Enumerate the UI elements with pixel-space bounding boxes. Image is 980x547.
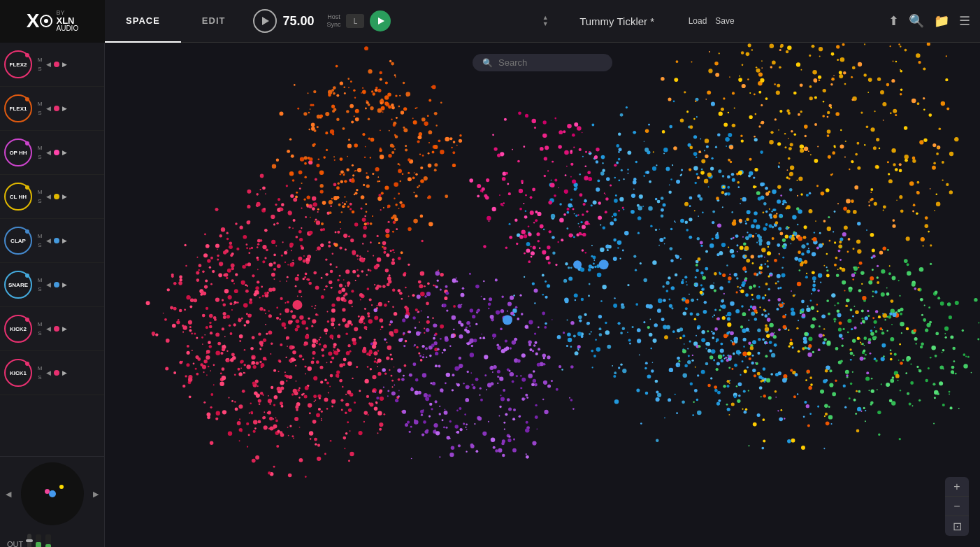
track-ms-kick2: M S <box>35 320 45 336</box>
track-circle-clap[interactable]: CLAP <box>4 227 32 255</box>
solo-btn-op_hh[interactable]: S <box>35 153 45 161</box>
save-button[interactable]: Save <box>712 15 737 27</box>
tracks-container: FLEX2 M S ◀ ▶ FLEX1 M S ◀ <box>0 43 104 395</box>
track-arrow-left-op_hh[interactable]: ◀ <box>46 149 51 156</box>
load-save-area: Load Save <box>686 15 737 27</box>
search-icon[interactable]: 🔍 <box>909 13 924 29</box>
track-arrow-left-clap[interactable]: ◀ <box>46 237 51 244</box>
track-item-op_hh: OP HH M S ◀ ▶ <box>0 131 104 175</box>
out-meter-fill <box>36 542 41 547</box>
track-dot-op_hh <box>25 141 29 145</box>
mute-btn-cl_hh[interactable]: M <box>35 188 45 196</box>
track-circle-flex1[interactable]: FLEX1 <box>4 94 32 122</box>
mute-btn-kick2[interactable]: M <box>35 320 45 328</box>
track-circle-flex2[interactable]: FLEX2 <box>4 50 32 78</box>
header-icons: ⬆ 🔍 📁 ☰ <box>888 13 970 29</box>
search-wrapper: 🔍 <box>473 54 612 71</box>
play-filled-button[interactable] <box>370 10 391 31</box>
export-icon[interactable]: ⬆ <box>888 13 899 29</box>
track-dot-flex1 <box>25 97 29 101</box>
search-input[interactable] <box>498 57 596 68</box>
track-circle-kick1[interactable]: KICK1 <box>4 359 32 387</box>
track-label-kick1: KICK1 <box>10 370 27 376</box>
out-meter-fill-2 <box>45 544 51 547</box>
track-ms-flex2: M S <box>35 56 45 72</box>
sidebar: FLEX2 M S ◀ ▶ FLEX1 M S ◀ <box>0 43 105 547</box>
track-arrow-left-kick2[interactable]: ◀ <box>46 325 51 332</box>
out-volume-slider[interactable] <box>27 534 31 547</box>
xy-dot-1 <box>45 489 50 494</box>
zoom-out-button[interactable]: − <box>945 497 969 516</box>
xy-pad[interactable] <box>21 462 84 525</box>
track-label-cl_hh: CL HH <box>10 194 27 200</box>
mute-btn-clap[interactable]: M <box>35 232 45 240</box>
track-play-flex1[interactable]: ▶ <box>62 105 67 112</box>
track-dot-cl_hh <box>25 185 29 190</box>
track-ms-snare: M S <box>35 276 45 292</box>
track-arrow-left-flex1[interactable]: ◀ <box>46 105 51 112</box>
track-circle-cl_hh[interactable]: CL HH <box>4 183 32 211</box>
mute-btn-flex2[interactable]: M <box>35 56 45 64</box>
track-circle-kick2[interactable]: KICK2 <box>4 315 32 343</box>
track-play-op_hh[interactable]: ▶ <box>62 149 67 156</box>
track-arrow-left-kick1[interactable]: ◀ <box>46 369 51 376</box>
track-play-cl_hh[interactable]: ▶ <box>62 193 67 200</box>
track-play-kick2[interactable]: ▶ <box>62 325 67 332</box>
track-play-flex2[interactable]: ▶ <box>62 61 67 68</box>
logo-audio-text: AUDIO <box>57 25 79 32</box>
out-meter-2 <box>45 534 51 547</box>
solo-btn-flex1[interactable]: S <box>35 109 45 117</box>
menu-icon[interactable]: ☰ <box>959 13 970 29</box>
search-magnify-icon: 🔍 <box>482 58 493 68</box>
tab-edit[interactable]: EDIT <box>181 0 247 43</box>
track-play-snare[interactable]: ▶ <box>62 281 67 288</box>
track-circle-snare[interactable]: SNARE <box>4 271 32 299</box>
track-arrow-left-flex2[interactable]: ◀ <box>46 61 51 68</box>
out-label: OUT <box>7 540 23 547</box>
track-label-clap: CLAP <box>10 238 26 244</box>
track-play-kick1[interactable]: ▶ <box>62 369 67 376</box>
preset-name: Tummy Tickler * <box>554 15 680 27</box>
solo-btn-kick2[interactable]: S <box>35 329 45 337</box>
track-color-indicator-snare <box>54 282 59 287</box>
zoom-fit-button[interactable]: ⊡ <box>945 516 969 536</box>
tab-space[interactable]: SPACE <box>105 0 181 43</box>
solo-btn-kick1[interactable]: S <box>35 374 45 381</box>
track-play-clap[interactable]: ▶ <box>62 237 67 244</box>
lfo-button[interactable]: L <box>346 14 364 28</box>
solo-btn-flex2[interactable]: S <box>35 65 45 73</box>
track-item-cl_hh: CL HH M S ◀ ▶ <box>0 175 104 219</box>
track-color-indicator-kick2 <box>54 326 59 332</box>
load-button[interactable]: Load <box>686 15 710 27</box>
mute-btn-op_hh[interactable]: M <box>35 144 45 152</box>
mute-btn-flex1[interactable]: M <box>35 100 45 108</box>
zoom-controls: + − ⊡ <box>945 477 969 536</box>
track-ms-clap: M S <box>35 232 45 248</box>
preset-area: ▲ ▼ Tummy Tickler * Load Save <box>391 15 888 27</box>
track-item-clap: CLAP M S ◀ ▶ <box>0 219 104 263</box>
out-row: OUT <box>0 531 104 547</box>
track-circle-op_hh[interactable]: OP HH <box>4 138 32 166</box>
folder-icon[interactable]: 📁 <box>934 13 949 29</box>
preset-arrow-down[interactable]: ▼ <box>542 21 549 27</box>
track-dot-kick2 <box>25 318 29 322</box>
track-color-indicator-flex1 <box>54 106 59 111</box>
zoom-in-button[interactable]: + <box>945 477 969 497</box>
out-meter <box>36 534 41 547</box>
xy-nav-right[interactable]: ▶ <box>93 490 99 499</box>
play-button[interactable] <box>253 9 277 33</box>
track-color-indicator-op_hh <box>54 150 59 155</box>
solo-btn-snare[interactable]: S <box>35 285 45 293</box>
track-label-kick2: KICK2 <box>10 326 27 332</box>
scatter-canvas[interactable] <box>105 43 980 547</box>
track-arrow-left-cl_hh[interactable]: ◀ <box>46 193 51 200</box>
xy-nav-left[interactable]: ◀ <box>6 490 11 499</box>
mute-btn-snare[interactable]: M <box>35 276 45 284</box>
solo-btn-clap[interactable]: S <box>35 241 45 249</box>
play-icon <box>262 17 269 25</box>
track-color-indicator-clap <box>54 238 59 243</box>
solo-btn-cl_hh[interactable]: S <box>35 197 45 205</box>
mute-btn-kick1[interactable]: M <box>35 364 45 372</box>
track-color-indicator-flex2 <box>54 62 59 67</box>
track-arrow-left-snare[interactable]: ◀ <box>46 281 51 288</box>
